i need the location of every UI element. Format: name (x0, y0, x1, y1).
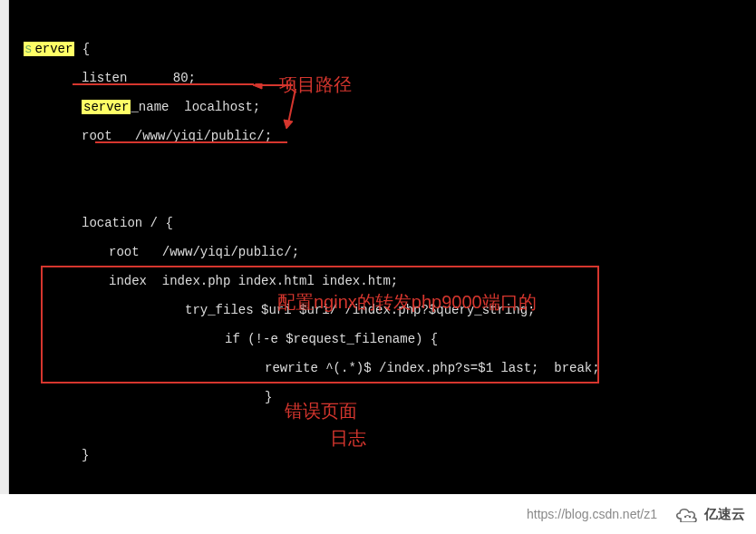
annotation-text: 配置nginx的转发php9000端口的 (277, 292, 537, 312)
watermark-yisu-text: 亿速云 (704, 506, 745, 523)
highlight-box-fastcgi (41, 266, 599, 384)
cloud-icon (674, 506, 699, 522)
code-line (9, 477, 756, 491)
highlight-server: s (24, 42, 33, 56)
code-line: server { (9, 42, 756, 56)
watermark-yisu: 亿速云 (674, 506, 745, 523)
underline-root-2 (95, 141, 287, 143)
code-line (9, 187, 756, 201)
code-line: server_name localhost; (9, 100, 756, 114)
code-line (9, 158, 756, 172)
underline-root-1 (73, 83, 254, 85)
highlight-server: erver (33, 42, 74, 56)
annotation-project-path: 项目路径 (279, 73, 352, 97)
annotation-error-page: 错误页面 (285, 399, 357, 423)
code-line: root /www/yiqi/public/; (9, 245, 756, 259)
scrollbar-gutter (0, 0, 9, 534)
code-line: location / { (9, 216, 756, 230)
annotation-log: 日志 (330, 426, 366, 451)
code-line: } (9, 448, 756, 462)
code-editor: server { listen 80; server_name localhos… (9, 0, 756, 494)
code-line: } (9, 390, 756, 404)
svg-marker-3 (284, 120, 293, 129)
annotation-php-forward: 配置nginx的转发php9000端口的 (277, 290, 537, 315)
watermark-bar: https://blog.csdn.net/z1 亿速云 (0, 494, 756, 534)
watermark-csdn: https://blog.csdn.net/z1 (527, 507, 657, 521)
svg-marker-1 (253, 83, 262, 89)
code-line (9, 419, 756, 433)
code-text: { (74, 42, 90, 56)
code-text: _name localhost; (131, 100, 260, 114)
highlight-server: server (82, 100, 131, 114)
